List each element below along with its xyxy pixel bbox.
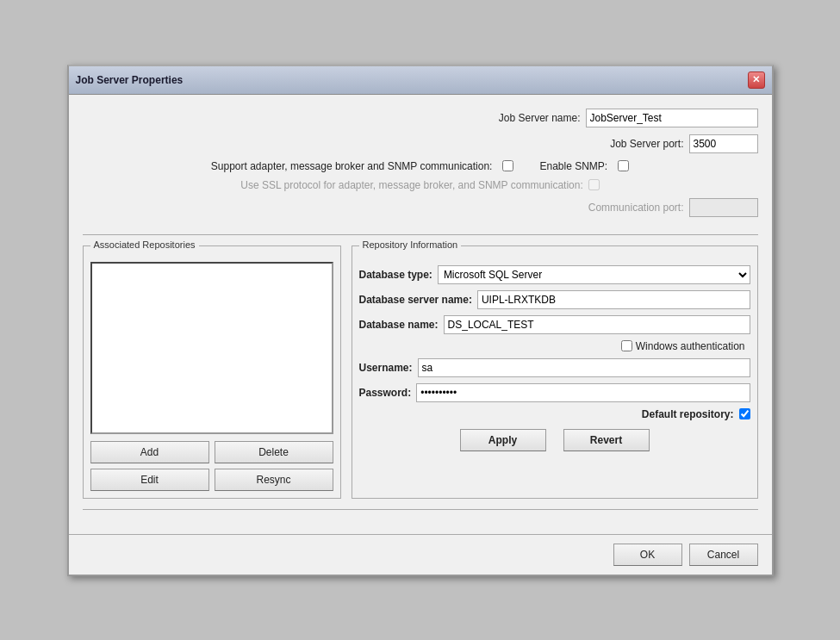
job-server-port-input[interactable] xyxy=(689,134,758,153)
job-server-name-label: Job Server name: xyxy=(499,112,581,124)
use-ssl-label: Use SSL protocol for adapter, message br… xyxy=(240,179,583,191)
password-row: Password: xyxy=(359,383,750,402)
footer-separator xyxy=(83,509,758,510)
repo-action-buttons: Apply Revert xyxy=(359,429,750,451)
associated-repos-group: Associated Repositories Add Delete Edit … xyxy=(83,245,341,499)
comm-port-input[interactable] xyxy=(689,198,758,217)
db-type-select[interactable]: Microsoft SQL Server Oracle DB2 xyxy=(438,265,750,284)
username-row: Username: xyxy=(359,358,750,377)
db-server-name-label: Database server name: xyxy=(359,294,472,306)
use-ssl-row: Use SSL protocol for adapter, message br… xyxy=(83,179,758,191)
dialog-body: Job Server name: Job Server port: Suppor… xyxy=(69,95,772,534)
assoc-repos-title: Associated Repositories xyxy=(90,239,199,250)
db-type-row: Database type: Microsoft SQL Server Orac… xyxy=(359,265,750,284)
use-ssl-checkbox[interactable] xyxy=(588,179,600,190)
db-server-name-row: Database server name: xyxy=(359,290,750,309)
password-input[interactable] xyxy=(416,383,750,402)
default-repo-label: Default repository: xyxy=(642,408,734,420)
add-button[interactable]: Add xyxy=(90,441,209,463)
db-name-input[interactable] xyxy=(444,315,750,334)
ok-button[interactable]: OK xyxy=(613,544,682,566)
enable-snmp-checkbox[interactable] xyxy=(618,160,629,171)
close-button[interactable]: ✕ xyxy=(748,71,765,89)
comm-port-label: Communication port: xyxy=(588,202,684,214)
db-type-label: Database type: xyxy=(359,269,432,281)
support-adapter-row: Support adapter, message broker and SNMP… xyxy=(83,160,758,172)
support-adapter-item: Support adapter, message broker and SNMP… xyxy=(211,160,514,172)
cancel-button[interactable]: Cancel xyxy=(689,544,758,566)
win-auth-row: Windows authentication xyxy=(359,340,750,352)
support-adapter-checkbox[interactable] xyxy=(502,160,513,171)
revert-button[interactable]: Revert xyxy=(563,429,650,451)
username-input[interactable] xyxy=(418,358,750,377)
apply-button[interactable]: Apply xyxy=(460,429,546,451)
repo-info-group: Repository Information Database type: Mi… xyxy=(352,245,758,499)
win-auth-checkbox[interactable] xyxy=(621,340,632,351)
password-label: Password: xyxy=(359,387,412,399)
delete-button[interactable]: Delete xyxy=(215,441,333,463)
repo-info-title: Repository Information xyxy=(359,239,462,250)
job-server-port-label: Job Server port: xyxy=(610,138,683,150)
support-adapter-label: Support adapter, message broker and SNMP… xyxy=(211,160,493,172)
enable-snmp-label: Enable SNMP: xyxy=(539,160,607,172)
db-server-name-input[interactable] xyxy=(477,290,750,309)
edit-button[interactable]: Edit xyxy=(90,469,209,491)
job-server-name-input[interactable] xyxy=(586,109,758,127)
job-server-properties-dialog: Job Server Properties ✕ Job Server name:… xyxy=(67,65,774,576)
job-server-name-row: Job Server name: xyxy=(83,109,758,127)
win-auth-label: Windows authentication xyxy=(636,340,745,352)
default-repo-row: Default repository: xyxy=(359,408,750,420)
dialog-title: Job Server Properties xyxy=(76,74,184,86)
username-label: Username: xyxy=(359,362,413,374)
db-name-row: Database name: xyxy=(359,315,750,334)
db-name-label: Database name: xyxy=(359,319,439,331)
footer-bar: OK Cancel xyxy=(69,534,772,575)
title-bar: Job Server Properties ✕ xyxy=(69,66,772,95)
repo-buttons: Add Delete Edit Resync xyxy=(90,441,333,491)
repo-list[interactable] xyxy=(90,262,333,434)
job-server-port-row: Job Server port: xyxy=(83,134,758,153)
comm-port-row: Communication port: xyxy=(83,198,758,217)
top-form-section: Job Server name: Job Server port: Suppor… xyxy=(83,109,758,235)
resync-button[interactable]: Resync xyxy=(215,469,333,491)
sections-row: Associated Repositories Add Delete Edit … xyxy=(83,245,758,499)
default-repo-checkbox[interactable] xyxy=(739,408,750,419)
enable-snmp-item: Enable SNMP: xyxy=(539,160,629,172)
